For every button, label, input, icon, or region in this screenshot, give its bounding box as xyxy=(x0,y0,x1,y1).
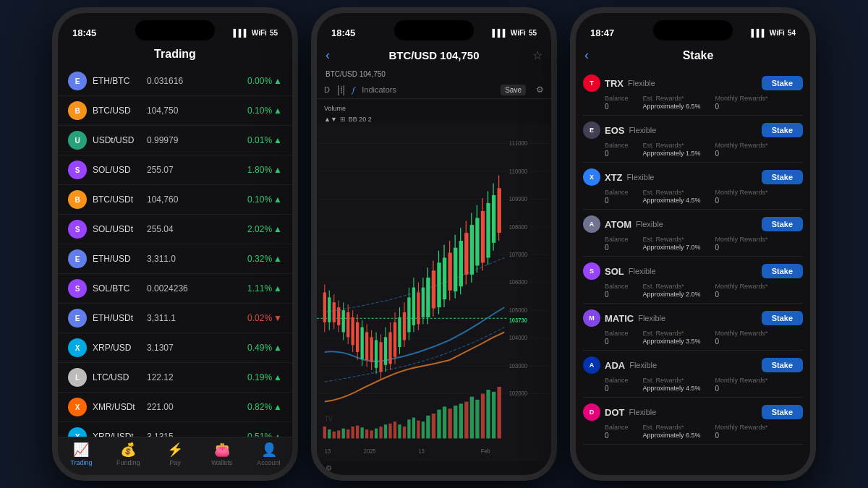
pair-price: 3,311.0 xyxy=(147,254,247,264)
trading-item[interactable]: E ETH/USDt 3,311.1 0.02% ▼ xyxy=(58,304,292,333)
est-rewards-item: Est. Rewards* Approximately 6.5% xyxy=(643,424,701,440)
balance-label: Balance xyxy=(605,236,629,243)
svg-rect-118 xyxy=(437,410,441,439)
stake-details: Balance 0 Est. Rewards* Approximately 2.… xyxy=(583,283,803,299)
signal-icon: ▌▌▌ xyxy=(234,29,249,37)
trading-item[interactable]: E ETH/USD 3,311.0 0.32% ▲ xyxy=(58,244,292,274)
tab-wallets[interactable]: 👛 Wallets xyxy=(198,442,245,466)
svg-rect-106 xyxy=(379,427,382,438)
trading-item[interactable]: S SOL/BTC 0.0024236 1.11% ▲ xyxy=(58,274,292,304)
indicator-symbol[interactable]: 𝑓 xyxy=(352,85,354,95)
tab-icon: 📈 xyxy=(73,442,89,458)
stake-button-eos[interactable]: Stake xyxy=(762,123,803,137)
svg-rect-96 xyxy=(333,432,336,439)
bar-type-icon[interactable]: |⁞| xyxy=(337,84,345,95)
tab-icon: 👛 xyxy=(214,442,230,458)
est-rewards-value: Approximately 1.5% xyxy=(643,150,701,157)
stake-button-xtz[interactable]: Stake xyxy=(762,170,803,184)
svg-rect-114 xyxy=(417,421,420,439)
monthly-rewards-item: Monthly Rewards* 0 xyxy=(715,95,768,111)
balance-label: Balance xyxy=(605,142,629,149)
svg-rect-105 xyxy=(375,429,378,439)
est-rewards-value: Approximately 7.0% xyxy=(643,244,701,251)
tab-account[interactable]: 👤 Account xyxy=(245,442,292,466)
stake-button-sol[interactable]: Stake xyxy=(762,264,803,278)
balance-label: Balance xyxy=(605,283,629,290)
stake-item-xtz: X XTZ Flexible Stake Balance 0 Est. Rewa… xyxy=(583,163,803,210)
pair-change: 1.80% ▲ xyxy=(247,165,282,175)
trading-content: Trading E ETH/BTC 0.031616 0.00% ▲ B BTC… xyxy=(58,45,292,475)
balance-label: Balance xyxy=(605,377,629,384)
stake-button-ada[interactable]: Stake xyxy=(762,358,803,372)
pair-name: BTC/USD xyxy=(93,106,147,116)
settings-bottom-icon[interactable]: ⚙ xyxy=(326,464,332,472)
stake-details: Balance 0 Est. Rewards* Approximately 4.… xyxy=(583,377,803,393)
tab-funding[interactable]: 💰 Funding xyxy=(105,442,152,466)
time-1: 18:45 xyxy=(72,27,96,38)
bb-label-bar: ▲▼ ⊞ BB 20 2 xyxy=(317,115,551,124)
pair-name: XRP/USDt xyxy=(93,432,147,437)
pair-change: 0.82% ▲ xyxy=(247,402,282,412)
phone-chart: 18:45 ▌▌▌ WiFi 55 ‹ BTC/USD 104,750 ☆ BT… xyxy=(311,7,557,481)
trading-item[interactable]: L LTC/USD 122.12 0.19% ▲ xyxy=(58,363,292,393)
timeframe-d[interactable]: D xyxy=(324,85,330,94)
pair-price: 0.031616 xyxy=(147,76,247,86)
pair-price: 255.04 xyxy=(147,224,247,234)
pair-name: XMR/USDt xyxy=(93,402,147,412)
svg-rect-122 xyxy=(459,403,463,438)
balance-value: 0 xyxy=(605,103,629,111)
star-icon[interactable]: ☆ xyxy=(532,48,542,62)
tab-trading[interactable]: 📈 Trading xyxy=(58,442,105,466)
trading-item[interactable]: E ETH/BTC 0.031616 0.00% ▲ xyxy=(58,67,292,96)
svg-text:110000: 110000 xyxy=(509,167,527,175)
indicators-label[interactable]: Indicators xyxy=(362,85,396,94)
est-rewards-label: Est. Rewards* xyxy=(643,424,701,431)
trading-item[interactable]: B BTC/USD 104,750 0.10% ▲ xyxy=(58,96,292,126)
est-rewards-value: Approximately 3.5% xyxy=(643,338,701,345)
stake-button-matic[interactable]: Stake xyxy=(762,311,803,325)
pair-name: ETH/BTC xyxy=(93,76,147,86)
coin-icon: S xyxy=(68,279,87,298)
trading-item[interactable]: U USDt/USD 0.99979 0.01% ▲ xyxy=(58,126,292,155)
back-button[interactable]: ‹ xyxy=(326,48,330,63)
stake-button-dot[interactable]: Stake xyxy=(762,405,803,419)
balance-item: Balance 0 xyxy=(605,95,629,111)
coin-icon: L xyxy=(68,368,87,387)
stake-item-header: T TRX Flexible Stake xyxy=(583,74,803,92)
chart-content: ‹ BTC/USD 104,750 ☆ BTC/USD 104,750 D |⁞… xyxy=(317,45,551,475)
tab-pay[interactable]: ⚡ Pay xyxy=(152,442,199,466)
svg-rect-108 xyxy=(388,424,391,439)
trading-item[interactable]: X XMR/USDt 221.00 0.82% ▲ xyxy=(58,393,292,422)
direction-arrow: ▲ xyxy=(273,224,282,234)
battery-icon: 55 xyxy=(270,29,278,37)
stake-button-atom[interactable]: Stake xyxy=(762,217,803,231)
trading-item[interactable]: X XRP/USD 3.1307 0.49% ▲ xyxy=(58,333,292,363)
time-3: 18:47 xyxy=(590,27,614,38)
stake-type: Flexible xyxy=(628,79,655,87)
stake-back-button[interactable]: ‹ xyxy=(584,48,589,63)
stake-coin-icon: E xyxy=(583,121,600,139)
stake-item-eos: E EOS Flexible Stake Balance 0 Est. Rewa… xyxy=(583,116,803,163)
save-button[interactable]: Save xyxy=(501,85,526,95)
monthly-rewards-value: 0 xyxy=(715,197,768,205)
pair-price: 3,311.1 xyxy=(147,313,247,323)
svg-text:103730: 103730 xyxy=(509,316,527,324)
stake-button-trx[interactable]: Stake xyxy=(762,76,803,90)
stake-header: ‹ Stake xyxy=(576,45,810,69)
monthly-rewards-label: Monthly Rewards* xyxy=(715,330,768,337)
balance-value: 0 xyxy=(605,150,629,158)
svg-rect-115 xyxy=(422,421,425,438)
tab-icon: ⚡ xyxy=(167,442,183,458)
pair-change: 0.49% ▲ xyxy=(247,343,282,353)
svg-rect-94 xyxy=(323,427,326,438)
trading-item[interactable]: S SOL/USDt 255.04 2.02% ▲ xyxy=(58,215,292,244)
balance-value: 0 xyxy=(605,244,629,252)
stake-coin-name: ATOM xyxy=(605,219,631,230)
trading-item[interactable]: S SOL/USD 255.07 1.80% ▲ xyxy=(58,155,292,185)
trading-item[interactable]: B BTC/USDt 104,760 0.10% ▲ xyxy=(58,185,292,215)
trading-item[interactable]: X XRP/USDt 3.1315 0.51% ▲ xyxy=(58,422,292,437)
svg-rect-102 xyxy=(360,427,363,438)
settings-icon[interactable]: ⚙ xyxy=(536,85,544,95)
stake-item-atom: A ATOM Flexible Stake Balance 0 Est. Rew… xyxy=(583,210,803,257)
tab-icon: 💰 xyxy=(120,442,136,458)
